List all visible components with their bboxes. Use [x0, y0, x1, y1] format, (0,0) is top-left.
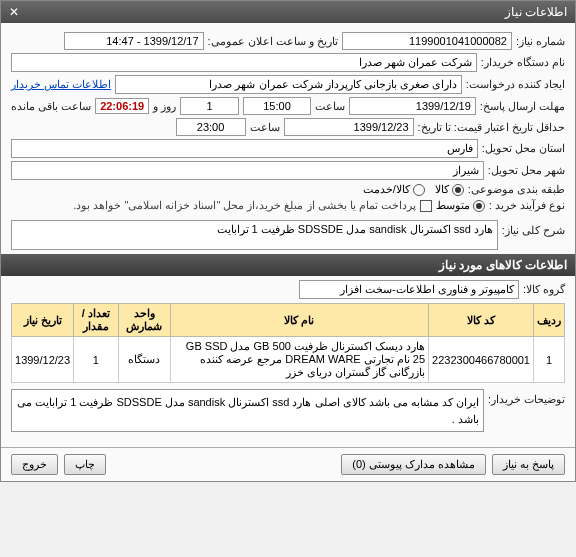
th-code: کد کالا	[429, 304, 534, 337]
td-date: 1399/12/23	[12, 337, 74, 383]
attachments-button[interactable]: مشاهده مدارک پیوستی (0)	[341, 454, 486, 475]
province-field: فارس	[11, 139, 478, 158]
group-field: کامپیوتر و فناوری اطلاعات-سخت افزار	[299, 280, 519, 299]
need-no-field: 1199001041000082	[342, 32, 512, 50]
th-row: ردیف	[534, 304, 565, 337]
mid-radio-label: متوسط	[436, 199, 470, 212]
valid-date-field: 1399/12/23	[284, 118, 414, 136]
rooz-label: روز و	[153, 100, 176, 113]
saat-label-2: ساعت	[250, 121, 280, 134]
eslami-checkbox[interactable]	[420, 200, 432, 212]
footer: پاسخ به نیاز مشاهده مدارک پیوستی (0) چاپ…	[1, 447, 575, 481]
khadamat-radio[interactable]	[413, 184, 425, 196]
buytype-label: نوع فرآیند خرید :	[489, 199, 565, 212]
city-label: شهر محل تحویل:	[488, 164, 565, 177]
td-code: 2232300466780001	[429, 337, 534, 383]
table-row: 1 2232300466780001 هارد دیسک اکسترنال ظر…	[12, 337, 565, 383]
announce-label: تاریخ و ساعت اعلان عمومی:	[208, 35, 338, 48]
need-no-label: شماره نیاز:	[516, 35, 565, 48]
general-desc-field: هارد ssd اکسترنال sandisk مدل SDSSDE ظرف…	[11, 220, 498, 250]
org-field: شرکت عمران شهر صدرا	[11, 53, 477, 72]
close-icon[interactable]: ✕	[9, 5, 19, 19]
table-header-row: ردیف کد کالا نام کالا واحد شمارش تعداد /…	[12, 304, 565, 337]
deadline-label: مهلت ارسال پاسخ:	[480, 100, 565, 113]
general-desc-label: شرح کلی نیاز:	[502, 220, 565, 237]
group-label: گروه کالا:	[523, 283, 565, 296]
kala-radio[interactable]	[452, 184, 464, 196]
window-title: اطلاعات نیاز	[505, 5, 567, 19]
items-table: ردیف کد کالا نام کالا واحد شمارش تعداد /…	[11, 303, 565, 383]
kala-radio-item[interactable]: کالا	[435, 183, 464, 196]
org-label: نام دستگاه خریدار:	[481, 56, 565, 69]
print-button[interactable]: چاپ	[64, 454, 106, 475]
province-label: استان محل تحویل:	[482, 142, 565, 155]
countdown-field: 22:06:19	[95, 98, 149, 114]
valid-label: حداقل تاریخ اعتبار قیمت: تا تاریخ:	[418, 121, 565, 134]
th-date: تاریخ نیاز	[12, 304, 74, 337]
budget-label: طبقه بندی موضوعی:	[468, 183, 565, 196]
paynote-label: پرداخت تمام یا بخشی از مبلغ خرید،از محل …	[73, 199, 416, 212]
need-info-window: اطلاعات نیاز ✕ شماره نیاز: 1199001041000…	[0, 0, 576, 482]
days-left-field: 1	[180, 97, 239, 115]
announce-field: 1399/12/17 - 14:47	[64, 32, 204, 50]
contact-link[interactable]: اطلاعات تماس خریدار	[11, 78, 111, 91]
khadamat-radio-item[interactable]: کالا/خدمت	[363, 183, 425, 196]
exit-button[interactable]: خروج	[11, 454, 58, 475]
buyer-desc-field: ایران کد مشابه می باشد کالای اصلی هارد s…	[11, 389, 484, 432]
td-row: 1	[534, 337, 565, 383]
deadline-time-field: 15:00	[243, 97, 311, 115]
mid-radio-item[interactable]: متوسط	[436, 199, 485, 212]
td-unit: دستگاه	[118, 337, 170, 383]
th-name: نام کالا	[170, 304, 429, 337]
kala-radio-label: کالا	[435, 183, 449, 196]
buyer-desc-label: توضیحات خریدار:	[488, 389, 565, 406]
td-qty: 1	[74, 337, 119, 383]
city-field: شیراز	[11, 161, 484, 180]
items-section-header: اطلاعات کالاهای مورد نیاز	[1, 254, 575, 276]
budget-radio-group: کالا کالا/خدمت	[363, 183, 464, 196]
titlebar: اطلاعات نیاز ✕	[1, 1, 575, 23]
buytype-radio-group: متوسط	[436, 199, 485, 212]
saat-label-1: ساعت	[315, 100, 345, 113]
creator-label: ایجاد کننده درخواست:	[466, 78, 565, 91]
deadline-date-field: 1399/12/19	[349, 97, 476, 115]
khadamat-radio-label: کالا/خدمت	[363, 183, 410, 196]
td-name: هارد دیسک اکسترنال ظرفیت GB 500 مدل GB S…	[170, 337, 429, 383]
valid-time-field: 23:00	[176, 118, 246, 136]
creator-field: دارای صغری بازجانی کارپرداز شرکت عمران ش…	[115, 75, 462, 94]
mid-radio[interactable]	[473, 200, 485, 212]
th-qty: تعداد / مقدار	[74, 304, 119, 337]
th-unit: واحد شمارش	[118, 304, 170, 337]
reply-button[interactable]: پاسخ به نیاز	[492, 454, 565, 475]
remain-label: ساعت باقی مانده	[11, 100, 91, 113]
